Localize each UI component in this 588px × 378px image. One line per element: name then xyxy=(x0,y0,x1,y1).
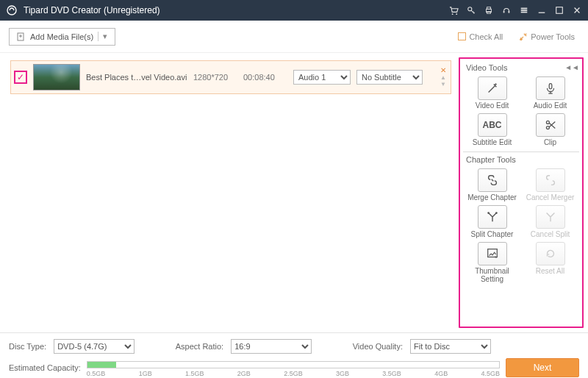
power-tools-button[interactable]: Power Tools xyxy=(519,32,575,41)
collapse-panel-icon[interactable]: ◄◄ xyxy=(564,63,579,71)
aspect-ratio-select[interactable]: 16:9 xyxy=(231,339,312,354)
menu-icon[interactable] xyxy=(519,5,529,15)
toolbar: Add Media File(s) ▾ Check All Power Tool… xyxy=(0,21,588,53)
add-media-button[interactable]: Add Media File(s) ▾ xyxy=(9,28,115,46)
plus-page-icon xyxy=(17,32,26,41)
aspect-ratio-label: Aspect Ratio: xyxy=(176,342,223,351)
thumbnail-setting-label: Thumbnail Setting xyxy=(465,267,520,283)
svg-rect-13 xyxy=(556,7,563,14)
svg-point-1 xyxy=(451,13,453,15)
cancel-split-icon xyxy=(544,210,557,224)
subtitle-edit-tool[interactable]: ABC Subtitle Edit xyxy=(465,113,520,149)
app-logo-icon xyxy=(6,4,18,16)
merge-chapter-tool[interactable]: Merge Chapter xyxy=(465,168,520,204)
svg-rect-20 xyxy=(487,249,497,257)
move-up-icon[interactable]: ▲ xyxy=(440,75,446,81)
video-quality-select[interactable]: Fit to Disc xyxy=(410,339,491,354)
subtitle-edit-label: Subtitle Edit xyxy=(473,138,512,146)
abc-icon: ABC xyxy=(483,120,502,130)
cancel-merger-label: Cancel Merger xyxy=(526,193,575,202)
close-icon[interactable] xyxy=(572,5,582,15)
remove-media-icon[interactable]: ✕ xyxy=(440,67,446,74)
check-all-label: Check All xyxy=(469,32,503,41)
system-icons xyxy=(448,5,582,15)
svg-rect-15 xyxy=(549,84,552,89)
video-edit-tool[interactable]: Video Edit xyxy=(465,76,520,112)
svg-point-17 xyxy=(546,126,549,129)
power-tools-label: Power Tools xyxy=(531,32,575,41)
subtitle-select[interactable]: No Subtitle xyxy=(356,70,423,85)
video-quality-label: Video Quality: xyxy=(353,342,403,351)
media-thumbnail xyxy=(33,64,80,90)
svg-point-0 xyxy=(7,6,16,15)
media-checkbox[interactable]: ✓ xyxy=(14,71,27,84)
media-filename: Best Places t…vel Video.avi xyxy=(86,73,187,82)
clip-label: Clip xyxy=(544,138,556,146)
mic-icon xyxy=(544,82,557,95)
wand-icon xyxy=(486,82,499,95)
svg-point-2 xyxy=(456,13,457,15)
move-down-icon[interactable]: ▼ xyxy=(440,82,446,88)
check-all-toggle[interactable]: Check All xyxy=(458,32,503,41)
broken-chain-icon xyxy=(544,174,557,187)
bottom-bar: Disc Type: DVD-5 (4.7G) Aspect Ratio: 16… xyxy=(0,332,588,378)
svg-point-16 xyxy=(546,121,549,124)
svg-rect-10 xyxy=(521,10,528,11)
window-title: Tipard DVD Creator (Unregistered) xyxy=(24,5,448,15)
disc-type-label: Disc Type: xyxy=(9,342,46,351)
svg-rect-8 xyxy=(509,11,510,13)
audio-edit-tool[interactable]: Audio Edit xyxy=(523,76,578,112)
split-chapter-label: Split Chapter xyxy=(471,230,514,238)
media-list: ✓ Best Places t…vel Video.avi 1280*720 0… xyxy=(0,53,459,332)
check-icon: ✓ xyxy=(17,72,24,82)
cart-icon[interactable] xyxy=(448,5,459,15)
svg-rect-12 xyxy=(539,13,545,13)
svg-rect-5 xyxy=(487,7,490,10)
disc-type-select[interactable]: DVD-5 (4.7G) xyxy=(54,339,135,354)
audio-select[interactable]: Audio 1 xyxy=(293,70,351,85)
image-arrow-icon xyxy=(486,247,499,260)
media-resolution: 1280*720 xyxy=(193,73,237,82)
capacity-ticks: 0.5GB1GB1.5GB2GB2.5GB3GB3.5GB4GB4.5GB xyxy=(87,370,500,377)
cancel-merger-tool: Cancel Merger xyxy=(523,168,578,204)
svg-point-19 xyxy=(495,212,498,214)
minimize-icon[interactable] xyxy=(537,5,547,15)
capacity-bar: 0.5GB1GB1.5GB2GB2.5GB3GB3.5GB4GB4.5GB xyxy=(87,360,500,376)
split-chapter-tool[interactable]: Split Chapter xyxy=(465,205,520,240)
video-edit-label: Video Edit xyxy=(476,101,509,110)
capacity-fill xyxy=(87,362,116,368)
tools-icon xyxy=(519,32,528,41)
tools-panel: ◄◄ Video Tools Video Edit Audio Edit ABC… xyxy=(459,57,584,328)
video-tools-title: Video Tools xyxy=(463,62,579,76)
capacity-label: Estimated Capacity: xyxy=(9,363,81,372)
headset-icon[interactable] xyxy=(501,5,512,15)
printer-icon[interactable] xyxy=(484,5,494,15)
thumbnail-setting-tool[interactable]: Thumbnail Setting xyxy=(465,242,520,285)
title-bar: Tipard DVD Creator (Unregistered) xyxy=(0,0,588,21)
reset-all-label: Reset All xyxy=(536,267,564,275)
media-row[interactable]: ✓ Best Places t…vel Video.avi 1280*720 0… xyxy=(10,60,451,94)
chapter-tools-title: Chapter Tools xyxy=(463,154,579,168)
svg-rect-7 xyxy=(503,11,505,13)
media-duration: 00:08:40 xyxy=(243,73,287,82)
merge-chapter-label: Merge Chapter xyxy=(467,193,517,202)
svg-point-18 xyxy=(487,212,490,214)
reset-icon xyxy=(544,247,557,260)
svg-rect-9 xyxy=(521,8,528,10)
chain-icon xyxy=(486,174,499,187)
clip-tool[interactable]: Clip xyxy=(523,113,578,149)
reset-all-tool: Reset All xyxy=(523,242,578,285)
checkbox-icon xyxy=(458,32,466,40)
maximize-icon[interactable] xyxy=(554,5,564,15)
dropdown-arrow-icon: ▾ xyxy=(98,32,107,41)
split-icon xyxy=(486,210,499,224)
cancel-split-label: Cancel Split xyxy=(531,230,570,238)
key-icon[interactable] xyxy=(466,5,476,15)
audio-edit-label: Audio Edit xyxy=(534,101,567,110)
next-button[interactable]: Next xyxy=(506,358,579,377)
scissors-icon xyxy=(544,118,557,132)
svg-rect-11 xyxy=(521,12,528,13)
add-media-label: Add Media File(s) xyxy=(30,32,93,41)
cancel-split-tool: Cancel Split xyxy=(523,205,578,240)
